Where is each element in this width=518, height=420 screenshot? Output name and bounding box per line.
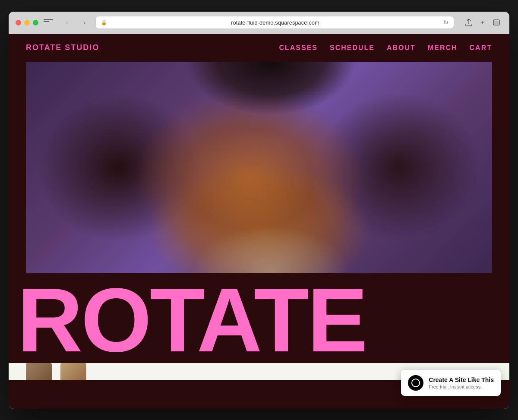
nav-links: CLASSES SCHEDULE ABOUT MERCH CART — [279, 44, 492, 52]
sidebar-toggle[interactable] — [44, 16, 56, 28]
sidebar-icon — [44, 19, 53, 26]
address-bar[interactable]: 🔒 rotate-fluid-demo.squarespace.com ↻ — [95, 16, 454, 29]
peek-content — [9, 363, 104, 380]
squarespace-text: Create A Site Like This Free trial. Inst… — [429, 376, 494, 389]
rotate-text: ROTATE — [9, 282, 509, 359]
fullscreen-button[interactable] — [33, 20, 38, 25]
squarespace-sub: Free trial. Instant access. — [429, 384, 494, 389]
back-button[interactable]: ‹ — [61, 16, 73, 28]
minimize-button[interactable] — [24, 20, 30, 25]
site-nav: ROTATE STUDIO CLASSES SCHEDULE ABOUT MER… — [9, 34, 509, 62]
refresh-icon[interactable]: ↻ — [443, 19, 449, 26]
peek-thumbnail-1 — [26, 363, 52, 380]
site-logo[interactable]: ROTATE STUDIO — [26, 43, 99, 52]
svg-rect-1 — [494, 21, 499, 24]
browser-toolbar: ‹ › 🔒 rotate-fluid-demo.squarespace.com … — [9, 12, 509, 34]
squarespace-logo — [408, 375, 423, 391]
rotate-section: ROTATE — [9, 273, 509, 363]
squarespace-cta: Create A Site Like This — [429, 376, 494, 383]
nav-cart[interactable]: CART — [470, 44, 492, 52]
new-tab-button[interactable]: + — [477, 16, 489, 28]
nav-schedule[interactable]: SCHEDULE — [330, 44, 375, 52]
hero-image-container — [26, 62, 492, 273]
nav-merch[interactable]: MERCH — [428, 44, 458, 52]
website-content: ROTATE STUDIO CLASSES SCHEDULE ABOUT MER… — [9, 34, 509, 409]
close-button[interactable] — [16, 20, 21, 25]
peek-thumbnail-2 — [60, 363, 86, 380]
squarespace-badge[interactable]: Create A Site Like This Free trial. Inst… — [401, 370, 501, 396]
share-button[interactable] — [463, 16, 475, 28]
nav-classes[interactable]: CLASSES — [279, 44, 318, 52]
hero-image — [26, 62, 492, 273]
nav-about[interactable]: ABOUT — [387, 44, 416, 52]
browser-actions: + — [463, 16, 502, 28]
url-text: rotate-fluid-demo.squarespace.com — [110, 19, 441, 26]
tab-overview-button[interactable] — [490, 16, 502, 28]
squarespace-logo-inner — [411, 379, 420, 387]
traffic-lights — [16, 20, 38, 25]
forward-button[interactable]: › — [78, 16, 90, 28]
lock-icon: 🔒 — [101, 20, 107, 25]
browser-window: ‹ › 🔒 rotate-fluid-demo.squarespace.com … — [9, 12, 509, 409]
